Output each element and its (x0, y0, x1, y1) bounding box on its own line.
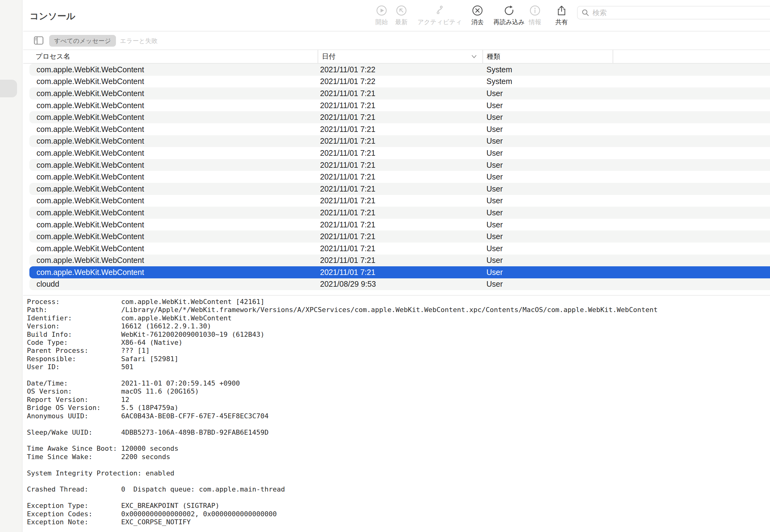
tab-errors-and-faults[interactable]: エラーと失敗 (120, 35, 157, 47)
cell-date: 2021/11/01 7:22 (318, 77, 482, 86)
table-row[interactable]: com.apple.WebKit.WebContent2021/11/01 7:… (29, 171, 770, 183)
cell-type: User (482, 172, 613, 181)
column-header-empty (613, 50, 770, 63)
table-row[interactable]: com.apple.WebKit.WebContent2021/11/01 7:… (29, 255, 770, 267)
collapsed-sidebar (0, 0, 23, 532)
cell-type: User (482, 208, 613, 217)
table-row[interactable]: com.apple.WebKit.WebContent2021/11/01 7:… (29, 135, 770, 147)
cell-date: 2021/11/01 7:21 (318, 232, 482, 241)
cell-date: 2021/11/01 7:21 (318, 268, 482, 277)
cell-date: 2021/11/01 7:21 (318, 172, 482, 181)
cell-date: 2021/11/01 7:21 (318, 220, 482, 229)
cell-date: 2021/11/01 7:21 (318, 113, 482, 122)
cell-type: User (482, 244, 613, 253)
cell-type: User (482, 101, 613, 110)
cell-process: com.apple.WebKit.WebContent (29, 256, 318, 265)
table-row[interactable]: com.apple.WebKit.WebContent2021/11/01 7:… (29, 219, 770, 231)
cell-type: User (482, 256, 613, 265)
cell-date: 2021/11/01 7:21 (318, 256, 482, 265)
activity-route-icon (434, 4, 446, 17)
cell-process: com.apple.WebKit.WebContent (29, 149, 318, 158)
sidebar-toggle-icon (34, 36, 44, 45)
share-label: 共有 (555, 18, 568, 26)
arrow-up-left-circle-icon (396, 4, 407, 17)
toolbar: コンソール 開始 最新 (23, 0, 770, 32)
cell-process: com.apple.WebKit.WebContent (29, 65, 318, 74)
cell-process: com.apple.WebKit.WebContent (29, 89, 318, 98)
cell-process: com.apple.WebKit.WebContent (29, 161, 318, 170)
cell-date: 2021/11/01 7:21 (318, 149, 482, 158)
table-row[interactable]: com.apple.WebKit.WebContent2021/11/01 7:… (29, 243, 770, 255)
tab-all-messages-label: すべてのメッセージ (54, 37, 111, 45)
table-row[interactable]: com.apple.WebKit.WebContent2021/11/01 7:… (29, 207, 770, 219)
cell-date: 2021/11/01 7:21 (318, 101, 482, 110)
cell-date: 2021/11/01 7:21 (318, 89, 482, 98)
column-header-date-label: 日付 (322, 52, 336, 61)
cell-process: com.apple.WebKit.WebContent (29, 77, 318, 86)
column-header-process-label: プロセス名 (36, 52, 70, 61)
share-icon (556, 4, 567, 17)
column-header-type[interactable]: 種類 (482, 50, 613, 63)
table-body: com.apple.WebKit.WebContent2021/11/01 7:… (23, 64, 770, 290)
cell-type: User (482, 137, 613, 146)
cell-date: 2021/11/01 7:21 (318, 125, 482, 134)
clear-label: 消去 (471, 18, 484, 26)
cell-type: User (482, 113, 613, 122)
table-row[interactable]: com.apple.WebKit.WebContent2021/11/01 7:… (29, 76, 770, 88)
table-row[interactable]: com.apple.WebKit.WebContent2021/11/01 7:… (29, 195, 770, 207)
column-header-type-label: 種類 (487, 52, 500, 61)
table-row[interactable]: cloudd2021/08/29 9:53User (29, 278, 770, 290)
sidebar-toggle-button[interactable] (34, 36, 44, 46)
cell-date: 2021/11/01 7:22 (318, 65, 482, 74)
search-input[interactable] (593, 9, 770, 17)
table-header: プロセス名 日付 種類 (23, 50, 770, 64)
now-label: 最新 (395, 18, 408, 26)
cell-type: User (482, 220, 613, 229)
cell-date: 2021/11/01 7:21 (318, 244, 482, 253)
console-app-window: コンソール 開始 最新 (0, 0, 770, 532)
cell-process: com.apple.WebKit.WebContent (29, 244, 318, 253)
window-title: コンソール (30, 10, 75, 23)
cell-type: User (482, 149, 613, 158)
table-row[interactable]: com.apple.WebKit.WebContent2021/11/01 7:… (29, 183, 770, 195)
cell-process: com.apple.WebKit.WebContent (29, 196, 318, 205)
cell-type: User (482, 161, 613, 170)
table-row[interactable]: com.apple.WebKit.WebContent2021/11/01 7:… (29, 266, 770, 278)
table-row[interactable]: com.apple.WebKit.WebContent2021/11/01 7:… (29, 230, 770, 243)
main-content: コンソール 開始 最新 (23, 0, 770, 532)
cell-process: com.apple.WebKit.WebContent (29, 232, 318, 241)
tab-errors-and-faults-label: エラーと失敗 (120, 37, 157, 45)
cell-process: com.apple.WebKit.WebContent (29, 125, 318, 134)
table-row[interactable]: com.apple.WebKit.WebContent2021/11/01 7:… (29, 87, 770, 99)
search-icon (582, 9, 590, 17)
cell-process: com.apple.WebKit.WebContent (29, 208, 318, 217)
table-row[interactable]: com.apple.WebKit.WebContent2021/11/01 7:… (29, 123, 770, 135)
cell-process: com.apple.WebKit.WebContent (29, 184, 318, 193)
detail-pane[interactable]: Process: com.apple.WebKit.WebContent [42… (23, 295, 770, 532)
cell-date: 2021/11/01 7:21 (318, 137, 482, 146)
cell-process: com.apple.WebKit.WebContent (29, 172, 318, 181)
table-row[interactable]: com.apple.WebKit.WebContent2021/11/01 7:… (29, 111, 770, 123)
cell-process: com.apple.WebKit.WebContent (29, 113, 318, 122)
search-field[interactable] (577, 6, 770, 19)
table-row[interactable]: com.apple.WebKit.WebContent2021/11/01 7:… (29, 147, 770, 159)
table-row[interactable]: com.apple.WebKit.WebContent2021/11/01 7:… (29, 99, 770, 112)
sidebar-selected-item[interactable] (0, 80, 17, 97)
cell-date: 2021/08/29 9:53 (318, 280, 482, 289)
cell-process: com.apple.WebKit.WebContent (29, 137, 318, 146)
table-row[interactable]: com.apple.WebKit.WebContent2021/11/01 7:… (29, 64, 770, 76)
column-header-date[interactable]: 日付 (318, 50, 482, 63)
table-row[interactable]: com.apple.WebKit.WebContent2021/11/01 7:… (29, 159, 770, 171)
cell-type: User (482, 184, 613, 193)
tab-all-messages[interactable]: すべてのメッセージ (49, 35, 116, 47)
cell-process: com.apple.WebKit.WebContent (29, 220, 318, 229)
cell-date: 2021/11/01 7:21 (318, 208, 482, 217)
cell-type: System (482, 65, 613, 74)
cell-process: cloudd (29, 280, 318, 289)
column-header-process[interactable]: プロセス名 (23, 50, 318, 63)
cell-type: System (482, 77, 613, 86)
sort-descending-chevron-icon (471, 55, 477, 58)
cell-process: com.apple.WebKit.WebContent (29, 268, 318, 277)
cell-date: 2021/11/01 7:21 (318, 161, 482, 170)
x-circle-icon (472, 4, 483, 17)
